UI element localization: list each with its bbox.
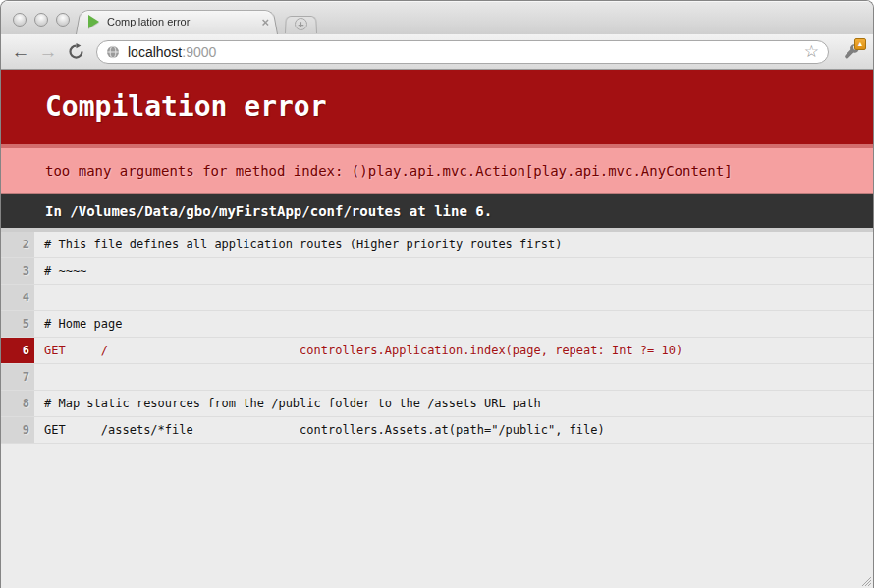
line-number: 8: [1, 391, 34, 416]
play-framework-favicon-icon: [88, 15, 99, 28]
new-tab-button[interactable]: +: [285, 15, 317, 33]
source-line: 4: [1, 285, 873, 311]
line-code: GET /assets/*file controllers.Assets.at(…: [34, 417, 873, 443]
close-button[interactable]: [13, 13, 27, 27]
source-listing: 2# This file defines all application rou…: [1, 228, 873, 444]
line-code: [34, 285, 873, 310]
source-line: 9GET /assets/*file controllers.Assets.at…: [1, 417, 873, 444]
address-host: localhost: [128, 44, 182, 60]
source-line: 7: [1, 364, 873, 391]
source-line: 5# Home page: [1, 311, 873, 338]
browser-window: Compilation error × + ← → localhost:9000…: [0, 0, 874, 588]
zoom-button[interactable]: [56, 13, 70, 27]
line-number: 9: [1, 417, 34, 443]
source-line: 8# Map static resources from the /public…: [1, 391, 873, 417]
source-line-error: 6GET / controllers.Application.index(pag…: [1, 338, 873, 364]
line-number: 5: [1, 311, 34, 337]
update-badge: ▲: [854, 38, 866, 50]
error-location: In /Volumes/Data/gbo/myFirstApp/conf/rou…: [1, 194, 873, 228]
line-code: # This file defines all application rout…: [34, 232, 873, 257]
page-title: Compilation error: [1, 70, 873, 144]
error-detail: too many arguments for method index: ()p…: [1, 144, 873, 194]
line-number: 3: [1, 258, 34, 284]
back-button[interactable]: ←: [9, 40, 32, 64]
line-number: 4: [1, 285, 34, 310]
line-number: 2: [1, 232, 34, 257]
toolbar: ← → localhost:9000 ☆ ▲: [1, 34, 873, 70]
menu-wrench-button[interactable]: ▲: [838, 38, 865, 66]
line-code: # Map static resources from the /public …: [34, 391, 873, 416]
address-port: :9000: [182, 44, 216, 60]
line-number: 7: [1, 364, 34, 390]
reload-icon: [68, 43, 84, 60]
reload-button[interactable]: [64, 40, 87, 64]
tab-title: Compilation error: [107, 16, 261, 27]
line-number: 6: [1, 338, 34, 363]
window-controls: [13, 13, 70, 27]
browser-tab[interactable]: Compilation error ×: [76, 9, 278, 34]
minimize-button[interactable]: [34, 13, 48, 27]
error-page: Compilation error too many arguments for…: [1, 70, 873, 588]
globe-icon: [106, 45, 120, 59]
address-bar[interactable]: localhost:9000 ☆: [96, 40, 829, 64]
tab-close-icon[interactable]: ×: [261, 16, 269, 28]
resize-grip-icon[interactable]: [858, 573, 871, 586]
line-code: GET / controllers.Application.index(page…: [34, 338, 873, 363]
source-line: 3# ~~~~: [1, 258, 873, 285]
source-line: 2# This file defines all application rou…: [1, 232, 873, 258]
tab-strip: Compilation error × +: [1, 1, 873, 34]
line-code: [34, 364, 873, 390]
bookmark-star-icon[interactable]: ☆: [804, 43, 819, 60]
address-text: localhost:9000: [128, 44, 216, 60]
forward-button[interactable]: →: [36, 40, 60, 64]
line-code: # Home page: [34, 311, 873, 337]
line-code: # ~~~~: [34, 258, 873, 284]
plus-icon: +: [295, 18, 307, 30]
